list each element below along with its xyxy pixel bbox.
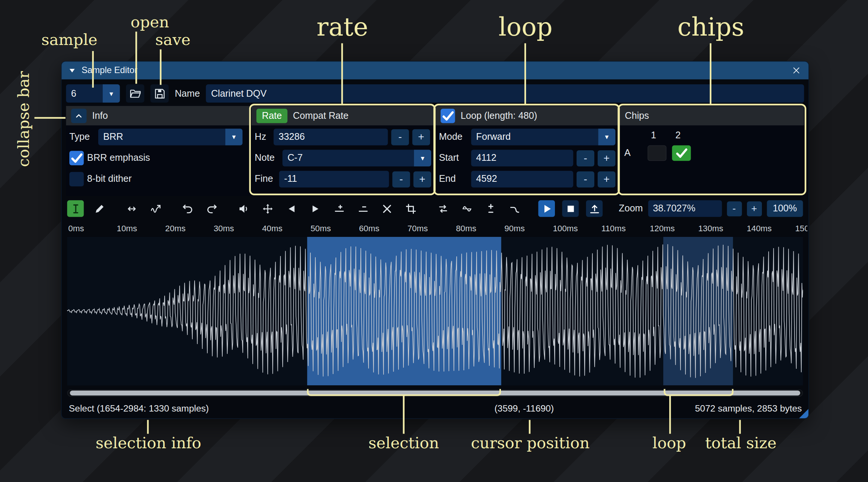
zoom-out-button[interactable]: - (727, 201, 742, 216)
ruler-label: 60ms (359, 223, 379, 233)
open-button[interactable] (126, 84, 144, 103)
annotation-selection-info: selection info (78, 434, 219, 452)
edit-mode-select-button[interactable] (67, 200, 84, 217)
fade-in-icon (285, 203, 297, 214)
hz-minus-button[interactable]: - (391, 129, 409, 145)
horizontal-scrollbar[interactable] (67, 389, 803, 397)
ruler-label: 110ms (601, 223, 626, 233)
loop-start-plus-button[interactable]: + (598, 150, 615, 166)
annotation-rate: rate (287, 12, 398, 42)
loop-end-minus-button[interactable]: - (577, 171, 594, 187)
normalize-button[interactable] (259, 200, 276, 217)
zoom-in-button[interactable]: + (747, 201, 762, 216)
rate-title: Compat Rate (293, 110, 348, 121)
preview-stop-button[interactable] (562, 200, 579, 217)
sample-editor-window: Sample Editor 6 ▼ Name Clarinet DQV (61, 61, 809, 419)
preview-play-button[interactable] (538, 200, 555, 217)
chevron-down-icon[interactable]: ▼ (103, 84, 120, 103)
redo-icon (205, 203, 217, 214)
resize-button[interactable] (123, 200, 140, 217)
fine-plus-button[interactable]: + (414, 171, 431, 187)
total-size-text: 5072 samples, 2853 bytes (695, 403, 802, 414)
chip-1-checkbox[interactable] (648, 145, 666, 161)
annotation-save: save (141, 30, 205, 49)
dither-checkbox[interactable] (69, 172, 84, 186)
reverse-button[interactable] (435, 200, 451, 217)
loop-end-input[interactable]: 4592 (471, 171, 573, 187)
chevron-down-icon[interactable]: ▼ (598, 129, 615, 145)
titlebar[interactable]: Sample Editor (61, 61, 808, 79)
insert-silence-button[interactable] (331, 200, 347, 217)
edit-mode-draw-button[interactable] (91, 200, 108, 217)
sample-select[interactable]: 6 ▼ (66, 84, 120, 103)
toolbar-group (538, 200, 603, 217)
resample-button[interactable] (147, 200, 163, 217)
chips-group: Chips 1 2 A (620, 106, 804, 196)
chevron-down-icon[interactable]: ▼ (414, 150, 431, 166)
trim-button[interactable] (402, 200, 419, 217)
chips-column-1: 1 (648, 130, 666, 141)
amplify-button[interactable] (235, 200, 252, 217)
rate-header: Rate Compat Rate (251, 106, 434, 126)
fade-out-button[interactable] (307, 200, 323, 217)
window-collapse-icon[interactable] (68, 67, 76, 75)
loop-mode-select[interactable]: Forward ▼ (471, 129, 616, 145)
normalize-icon (262, 203, 273, 214)
delete-button[interactable] (378, 200, 395, 217)
toolbar-group (67, 200, 108, 217)
annotation-loop-marker: loop (628, 434, 711, 452)
create-wavetable-button[interactable] (586, 200, 603, 217)
close-icon[interactable] (791, 65, 802, 76)
window-resize-grip[interactable] (799, 409, 808, 418)
loop-start-minus-button[interactable]: - (577, 150, 594, 166)
zoom-value[interactable]: 38.7027% (648, 200, 722, 217)
chevron-down-icon[interactable]: ▼ (225, 129, 243, 145)
info-header: Info (66, 106, 250, 126)
annotation-sample: sample (33, 30, 105, 49)
zoom-controls: Zoom 38.7027% - + 100% (619, 200, 803, 217)
annotation-selection: selection (333, 434, 474, 452)
brr-emphasis-label: BRR emphasis (87, 153, 150, 164)
filter-button[interactable] (506, 200, 523, 217)
undo-button[interactable] (179, 200, 196, 217)
invert-button[interactable] (458, 200, 475, 217)
brr-emphasis-checkbox[interactable] (69, 151, 84, 165)
scrollbar-thumb[interactable] (70, 391, 800, 395)
delete-icon (381, 203, 393, 214)
rate-badge[interactable]: Rate (256, 108, 288, 123)
type-select[interactable]: BRR ▼ (98, 129, 243, 145)
dither-label: 8-bit dither (87, 174, 132, 185)
fine-minus-button[interactable]: - (392, 171, 410, 187)
chips-column-headers: 1 2 (648, 130, 800, 141)
collapse-bar-button[interactable] (71, 108, 86, 123)
chip-2-checkbox[interactable] (672, 145, 691, 161)
ruler-label: 90ms (504, 223, 525, 233)
hz-plus-button[interactable]: + (412, 129, 430, 145)
toolbar-group (235, 200, 419, 217)
toolbar-group (435, 200, 523, 217)
apply-silence-button[interactable] (355, 200, 371, 217)
sample-header-row: 6 ▼ Name Clarinet DQV (61, 79, 808, 106)
note-select[interactable]: C-7 ▼ (282, 150, 431, 166)
save-button[interactable] (150, 84, 169, 103)
zoom-reset-button[interactable]: 100% (767, 200, 803, 217)
redo-button[interactable] (203, 200, 220, 217)
zoom-label: Zoom (619, 203, 643, 214)
fine-input[interactable]: -11 (279, 171, 389, 187)
toolbar-group (123, 200, 164, 217)
waveform-canvas[interactable] (67, 237, 803, 386)
loop-end-plus-button[interactable]: + (598, 171, 615, 187)
property-groups: Info Type BRR ▼ BRR emphasis (61, 106, 808, 196)
fade-in-button[interactable] (283, 200, 300, 217)
sign-flip-button[interactable] (482, 200, 499, 217)
name-input[interactable]: Clarinet DQV (206, 84, 804, 103)
desktop: Sample Editor 6 ▼ Name Clarinet DQV (0, 0, 868, 482)
cursor-position-text: (3599, -11690) (495, 403, 554, 414)
loop-title: Loop (length: 480) (460, 110, 537, 121)
floppy-disk-icon (153, 87, 166, 100)
pencil-icon (93, 203, 105, 214)
hz-input[interactable]: 33286 (274, 129, 388, 145)
loop-start-input[interactable]: 4112 (471, 150, 573, 166)
loop-enable-checkbox[interactable] (441, 108, 455, 123)
chips-row: A (624, 145, 800, 161)
